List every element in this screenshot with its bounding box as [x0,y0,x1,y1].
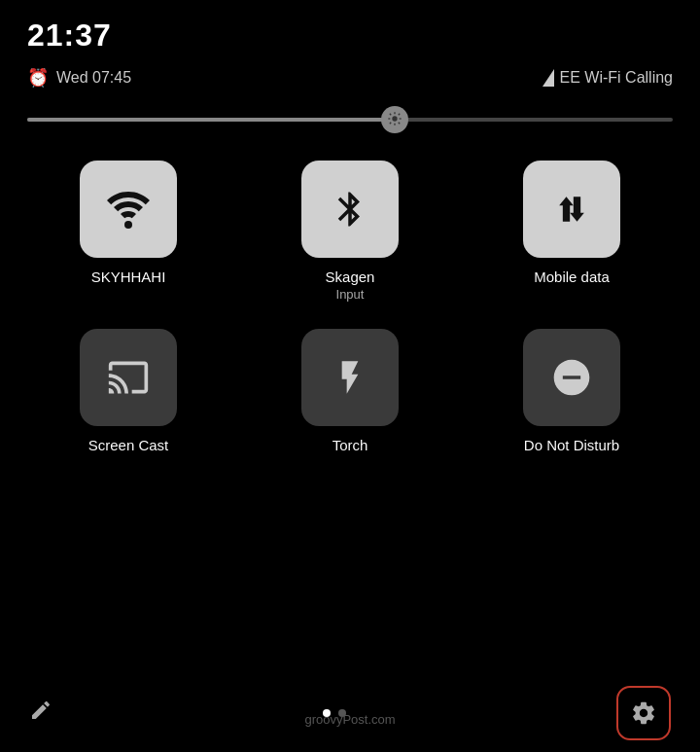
bluetooth-tile-labels: Skagen Input [326,268,375,302]
svg-line-6 [399,122,400,123]
alarm-text: Wed 07:45 [56,69,131,87]
wifi-tile-icon [80,161,177,258]
brightness-fill [27,118,395,122]
network-text: EE Wi-Fi Calling [560,69,673,87]
svg-line-7 [399,113,400,114]
wifi-tile-label: SKYHHAHI [91,268,166,287]
mobile-data-tile-icon [523,161,620,258]
tiles-grid: SKYHHAHI Skagen Input Mobile d [27,161,673,454]
time-display: 21:37 [27,18,112,54]
network-info: EE Wi-Fi Calling [542,69,673,87]
tile-wifi[interactable]: SKYHHAHI [27,161,229,302]
alarm-icon: ⏰ [27,67,49,89]
tiles-container: SKYHHAHI Skagen Input Mobile d [0,131,700,464]
torch-tile-icon [301,329,399,426]
tile-torch[interactable]: Torch [249,329,451,455]
brightness-container [0,89,700,131]
svg-point-0 [393,116,398,121]
status-bar: 21:37 [0,0,700,63]
tile-screen-cast[interactable]: Screen Cast [27,329,229,455]
torch-tile-label: Torch [332,436,368,455]
brightness-thumb-icon [387,111,402,129]
watermark-text: groovyPost.com [304,712,395,727]
screen-cast-tile-label: Screen Cast [88,436,169,455]
signal-icon [542,69,554,87]
brightness-thumb[interactable] [381,106,408,133]
svg-line-5 [390,113,391,114]
dnd-tile-icon [523,329,620,426]
screen-cast-tile-icon [80,329,177,426]
edit-button[interactable] [29,698,52,728]
dnd-tile-label: Do Not Disturb [524,436,619,455]
alarm-info: ⏰ Wed 07:45 [27,67,131,89]
watermark: groovyPost.com [304,712,395,727]
mobile-data-tile-label: Mobile data [534,268,610,287]
svg-point-9 [124,221,132,229]
tile-bluetooth[interactable]: Skagen Input [249,161,451,302]
tile-mobile-data[interactable]: Mobile data [471,161,673,302]
brightness-slider[interactable] [27,118,673,122]
tile-dnd[interactable]: Do Not Disturb [471,329,673,455]
info-row: ⏰ Wed 07:45 EE Wi-Fi Calling [0,63,700,89]
bluetooth-tile-icon [301,161,399,258]
settings-button[interactable] [616,686,671,740]
svg-line-8 [390,122,391,123]
